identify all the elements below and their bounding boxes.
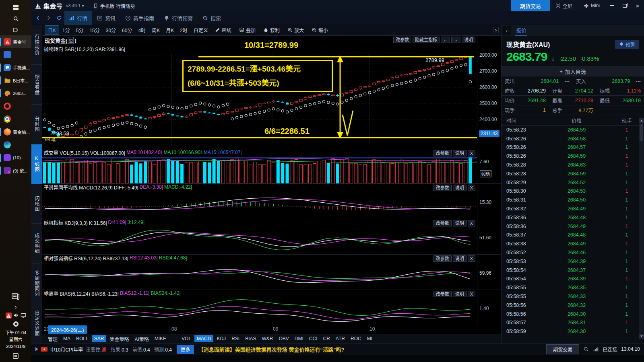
indicator-ROC[interactable]: ROC (348, 335, 364, 342)
indicator-集金策略[interactable]: 集金策略 (107, 335, 131, 343)
bias-btn-X[interactable]: X (468, 291, 475, 297)
kdj-btn-说明[interactable]: 说明 (453, 220, 466, 226)
macd-btn-改参数[interactable]: 改参数 (433, 185, 452, 191)
side-tab-成交明细[interactable]: 成交明细 (31, 224, 42, 263)
indicator-W&R[interactable]: W&R (260, 335, 276, 342)
period-5分[interactable]: 5分 (73, 26, 87, 34)
tab-quote[interactable]: 报价 (515, 25, 527, 36)
tool-套利[interactable]: 套利 (260, 26, 283, 34)
tray-jjh-icon[interactable] (6, 313, 12, 319)
side-tab-闪电图[interactable]: 闪电图 (31, 184, 42, 224)
taskbar-item-media[interactable] (0, 48, 31, 61)
price-alert-button[interactable]: 预警 (615, 40, 639, 49)
taskbar-search-button[interactable] (0, 13, 31, 24)
main-chart-btn-隐藏主指标[interactable]: 隐藏主指标 (413, 37, 440, 43)
fullscreen-button[interactable]: 全屏 (550, 2, 578, 9)
add-watchlist-button[interactable]: +加入自选 (502, 66, 644, 76)
tool-叠加[interactable]: 叠加 (235, 26, 259, 34)
taskbar-item-(10) ...[interactable]: (10) ... (0, 151, 31, 164)
indicator-KDJ[interactable]: KDJ (214, 335, 228, 342)
main-chart-btn-改参数[interactable]: 改参数 (393, 37, 411, 43)
bias-btn-改参数[interactable]: 改参数 (433, 291, 452, 297)
scroll-thumb[interactable] (640, 124, 643, 141)
rsi-btn-改参数[interactable]: 改参数 (433, 255, 452, 262)
refresh-button[interactable] (54, 12, 64, 24)
vol-btn-X[interactable]: X (468, 150, 475, 156)
vol-btn-改参数[interactable]: 改参数 (433, 150, 452, 156)
macd-plot[interactable] (42, 191, 477, 219)
indicator-CR[interactable]: CR (321, 335, 332, 342)
macd-btn-X[interactable]: X (468, 185, 475, 191)
period-1分[interactable]: 1分 (60, 26, 73, 34)
macd-btn-说明[interactable]: 说明 (453, 185, 466, 191)
indicator-SAR[interactable]: SAR (92, 335, 107, 342)
indicator-BOLL[interactable]: BOLL (74, 335, 91, 342)
taskbar-item-(9) 窮...[interactable]: (9) 窮... (0, 164, 31, 177)
bias-plot[interactable] (42, 297, 477, 325)
main-chart-btn-说明[interactable]: 说明 (462, 37, 475, 43)
close-button[interactable]: × (631, 0, 644, 11)
nav-tab-资讯[interactable]: 资讯 (93, 11, 120, 25)
main-chart-btn-→[interactable]: → (451, 37, 460, 43)
play-icon[interactable] (35, 347, 38, 351)
tray-close-icon[interactable] (13, 321, 19, 327)
kdj-plot[interactable] (42, 226, 477, 254)
main-chart-btn-←[interactable]: ← (441, 37, 450, 43)
rsi-btn-说明[interactable]: 说明 (453, 255, 466, 262)
indicator-MA[interactable]: MA (61, 335, 73, 342)
indicator-CCI[interactable]: CCI (307, 335, 320, 342)
tray-expand-chevron[interactable]: › (15, 303, 17, 310)
scroll-down-button[interactable] (639, 334, 644, 339)
side-tab-分时图[interactable]: 分时图 (31, 105, 42, 144)
side-tab-多周期同列[interactable]: 多周期同列 (31, 263, 42, 303)
percent-mode-badge[interactable]: %动 (480, 170, 491, 177)
tool-放大[interactable]: 放大 (284, 26, 308, 34)
period-60分[interactable]: 60分 (119, 26, 135, 34)
indicator-管理[interactable]: 管理 (45, 335, 60, 343)
taskbar-item-2683...[interactable]: 2683... (0, 87, 31, 100)
period-15分[interactable]: 15分 (87, 26, 102, 34)
tool-缩小[interactable]: 缩小 (308, 26, 332, 34)
kdj-btn-改参数[interactable]: 改参数 (433, 220, 452, 226)
tool-画线[interactable]: 画线 (211, 26, 235, 34)
notification-center-icon[interactable] (12, 352, 19, 360)
period-30分[interactable]: 30分 (103, 26, 119, 34)
futures-trade-button[interactable]: 期货交易 (511, 0, 550, 11)
scroll-up-button[interactable] (639, 118, 644, 123)
toolbar-more-button[interactable]: › (493, 27, 499, 33)
news-widget-icon[interactable] (11, 292, 20, 301)
taskbar-start-button[interactable] (0, 2, 31, 13)
side-tab-K线图[interactable]: K线图 (31, 144, 42, 184)
taskbar-item-集金号[interactable]: 集金号 (0, 35, 31, 48)
indicator-AI策略[interactable]: AI策略 (132, 335, 151, 343)
futures-trade-button-bottom[interactable]: 期货交易 (546, 344, 579, 354)
taskbar-item-opera[interactable] (0, 100, 31, 113)
indicator-DMI[interactable]: DMI (292, 335, 306, 342)
version-dropdown[interactable]: v3.49.1 ▾ (66, 3, 84, 8)
news-headline[interactable]: 【消息面解读】美国经济数据再次登场 黄金价格还有“活路”吗? (198, 346, 345, 353)
trades-scrollbar[interactable] (639, 118, 644, 339)
kdj-btn-X[interactable]: X (468, 220, 475, 226)
indicator-BIAS[interactable]: BIAS (243, 335, 258, 342)
mini-mode-button[interactable]: Mini (578, 3, 605, 8)
period-自定义[interactable]: 自定义 (191, 26, 211, 34)
more-button[interactable]: 更多 (177, 345, 194, 354)
taskbar-item-chrome[interactable] (0, 113, 31, 125)
nav-tab-搜索[interactable]: 搜索 (198, 11, 225, 25)
minimize-button[interactable] (605, 0, 618, 11)
bias-btn-说明[interactable]: 说明 (453, 291, 466, 297)
indicator-MACD[interactable]: MACD (194, 335, 213, 342)
vol-plot[interactable] (42, 156, 477, 183)
nav-tab-行情[interactable]: 行情 (64, 11, 92, 25)
indicator-MIKE[interactable]: MIKE (152, 335, 169, 342)
restore-button[interactable] (618, 0, 631, 11)
speaker-icon[interactable] (13, 313, 19, 318)
period-2时[interactable]: 2时 (177, 26, 190, 34)
period-4时[interactable]: 4时 (135, 26, 149, 34)
nav-forward-button[interactable] (43, 12, 53, 24)
nav-tab-行情预警[interactable]: 行情预警 (159, 11, 197, 25)
indicator-RSI[interactable]: RSI (229, 335, 242, 342)
search-icon[interactable] (583, 346, 589, 352)
period-周K[interactable]: 周K (149, 26, 163, 34)
taskbar-item-黄金價...[interactable]: 黄金價... (0, 125, 31, 138)
